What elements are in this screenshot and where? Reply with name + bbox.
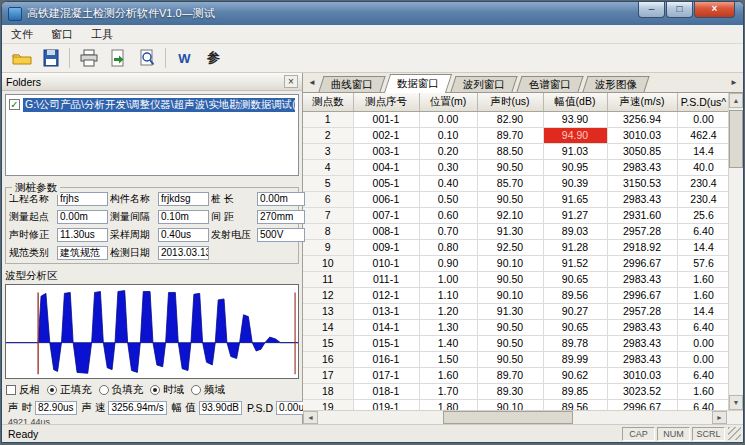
grid-cell[interactable]: 90.10 xyxy=(477,255,543,271)
grid-cell[interactable]: 2983.43 xyxy=(607,271,677,287)
grid-cell[interactable]: 2996.67 xyxy=(607,399,677,410)
table-row[interactable]: 1001-10.0082.9093.903256.940.00 xyxy=(303,111,728,127)
column-header[interactable]: P.S.D(us^ xyxy=(677,93,728,111)
menu-item-0[interactable]: 文件 xyxy=(2,25,42,44)
radio-icon[interactable] xyxy=(47,385,57,395)
grid-cell[interactable]: 016-1 xyxy=(353,351,419,367)
tab-3[interactable]: 色谱窗口 xyxy=(516,76,583,92)
grid-cell[interactable]: 16 xyxy=(303,351,353,367)
scroll-down-icon[interactable]: ▼ xyxy=(729,395,743,410)
grid-cell[interactable]: 90.65 xyxy=(543,319,607,335)
grid-cell[interactable]: 0.10 xyxy=(419,127,477,143)
grid-cell[interactable]: 3010.03 xyxy=(607,367,677,383)
grid-cell[interactable]: 92.50 xyxy=(477,239,543,255)
grid-cell[interactable]: 57.6 xyxy=(677,255,728,271)
tab-4[interactable]: 波形图像 xyxy=(582,76,649,92)
title-bar[interactable]: 高铁建混凝土检测分析软件V1.0—测试 – □ × xyxy=(2,2,743,25)
table-row[interactable]: 4004-10.3090.5090.952983.4340.0 xyxy=(303,159,728,175)
grid-cell[interactable]: 6.40 xyxy=(677,223,728,239)
table-row[interactable]: 3003-10.2088.5091.033050.8514.4 xyxy=(303,143,728,159)
grid-cell[interactable]: 0.00 xyxy=(419,111,477,127)
grid-cell[interactable]: 005-1 xyxy=(353,175,419,191)
grid-cell[interactable]: 90.50 xyxy=(477,191,543,207)
grid-cell[interactable]: 85.70 xyxy=(477,175,543,191)
grid-cell[interactable]: 91.27 xyxy=(543,207,607,223)
grid-cell[interactable]: 90.39 xyxy=(543,175,607,191)
grid-cell[interactable]: 89.78 xyxy=(543,335,607,351)
grid-cell[interactable]: 018-1 xyxy=(353,383,419,399)
grid-cell[interactable]: 1.80 xyxy=(419,399,477,410)
folders-tree[interactable]: ✓G:\公司产品\分析开发\调整仪器\超声波\实地勘测数据调试(cd\p003\… xyxy=(5,94,299,176)
param-value[interactable]: 0.00m xyxy=(57,210,108,224)
table-row[interactable]: 6006-10.5090.5091.652983.43230.4 xyxy=(303,191,728,207)
grid-cell[interactable]: 001-1 xyxy=(353,111,419,127)
grid-cell[interactable]: 90.27 xyxy=(543,303,607,319)
grid-cell[interactable]: 007-1 xyxy=(353,207,419,223)
grid-cell[interactable]: 91.28 xyxy=(543,239,607,255)
grid-cell[interactable]: 90.50 xyxy=(477,271,543,287)
grid-cell[interactable]: 14 xyxy=(303,319,353,335)
table-row[interactable]: 12012-11.1090.1089.562996.671.60 xyxy=(303,287,728,303)
resize-grip-icon[interactable] xyxy=(728,427,741,440)
grid-cell[interactable]: 011-1 xyxy=(353,271,419,287)
table-row[interactable]: 2002-10.1089.7094.903010.03462.4 xyxy=(303,127,728,143)
folders-panel-header[interactable]: Folders × xyxy=(2,73,302,91)
grid-cell[interactable]: 019-1 xyxy=(353,399,419,410)
grid-cell[interactable]: 6 xyxy=(303,191,353,207)
menu-item-1[interactable]: 窗口 xyxy=(42,25,82,44)
grid-cell[interactable]: 0.00 xyxy=(677,111,728,127)
radio-icon[interactable] xyxy=(150,385,160,395)
grid-cell[interactable]: 2931.60 xyxy=(607,207,677,223)
grid-cell[interactable]: 94.90 xyxy=(543,127,607,143)
grid-cell[interactable]: 90.50 xyxy=(477,351,543,367)
grid-cell[interactable]: 10 xyxy=(303,255,353,271)
grid-cell[interactable]: 0.40 xyxy=(419,175,477,191)
grid-cell[interactable]: 90.50 xyxy=(477,335,543,351)
tab-scroll-right-icon[interactable]: ► xyxy=(727,77,741,90)
table-row[interactable]: 19019-11.8090.1089.562996.676.40 xyxy=(303,399,728,410)
wave-control-0[interactable]: 反相 xyxy=(6,383,40,397)
grid-cell[interactable]: 1.60 xyxy=(677,287,728,303)
grid-cell[interactable]: 8 xyxy=(303,223,353,239)
grid-cell[interactable]: 3256.94 xyxy=(607,111,677,127)
grid-cell[interactable]: 6.40 xyxy=(677,319,728,335)
grid-cell[interactable]: 90.62 xyxy=(543,367,607,383)
param-value[interactable]: 建筑规范 xyxy=(57,246,108,260)
grid-cell[interactable]: 17 xyxy=(303,367,353,383)
grid-cell[interactable]: 1.20 xyxy=(419,303,477,319)
wave-control-4[interactable]: 频域 xyxy=(191,383,225,397)
grid-cell[interactable]: 1 xyxy=(303,111,353,127)
tab-1[interactable]: 数据窗口 xyxy=(384,74,452,93)
tab-2[interactable]: 波列窗口 xyxy=(450,76,517,92)
grid-cell[interactable]: 0.50 xyxy=(419,191,477,207)
grid-cell[interactable]: 1.50 xyxy=(419,351,477,367)
grid-cell[interactable]: 19 xyxy=(303,399,353,410)
table-row[interactable]: 17017-11.6089.7090.623010.036.40 xyxy=(303,367,728,383)
grid-cell[interactable]: 89.03 xyxy=(543,223,607,239)
grid-cell[interactable]: 89.56 xyxy=(543,287,607,303)
table-row[interactable]: 14014-11.3090.5090.652983.436.40 xyxy=(303,319,728,335)
grid-cell[interactable]: 13 xyxy=(303,303,353,319)
grid-cell[interactable]: 7 xyxy=(303,207,353,223)
scroll-up-icon[interactable]: ▲ xyxy=(729,93,743,108)
grid-cell[interactable]: 004-1 xyxy=(353,159,419,175)
grid-cell[interactable]: 90.95 xyxy=(543,159,607,175)
grid-cell[interactable]: 0.20 xyxy=(419,143,477,159)
grid-cell[interactable]: 0.30 xyxy=(419,159,477,175)
grid-cell[interactable]: 003-1 xyxy=(353,143,419,159)
close-button[interactable]: × xyxy=(694,2,735,18)
vertical-scrollbar[interactable]: ▲ ▼ xyxy=(728,93,743,410)
grid-cell[interactable]: 1.10 xyxy=(419,287,477,303)
wave-control-1[interactable]: 正填充 xyxy=(47,383,92,397)
grid-cell[interactable]: 1.30 xyxy=(419,319,477,335)
grid-cell[interactable]: 0.00 xyxy=(677,351,728,367)
grid-cell[interactable]: 92.10 xyxy=(477,207,543,223)
param-value[interactable]: frjkdsg xyxy=(158,192,209,206)
grid-cell[interactable]: 230.4 xyxy=(677,191,728,207)
grid-cell[interactable]: 91.30 xyxy=(477,223,543,239)
param-value[interactable]: 0.10m xyxy=(158,210,209,224)
grid-cell[interactable]: 1.40 xyxy=(419,335,477,351)
grid-cell[interactable]: 5 xyxy=(303,175,353,191)
grid-cell[interactable]: 462.4 xyxy=(677,127,728,143)
table-row[interactable]: 16016-11.5090.5089.992983.430.00 xyxy=(303,351,728,367)
